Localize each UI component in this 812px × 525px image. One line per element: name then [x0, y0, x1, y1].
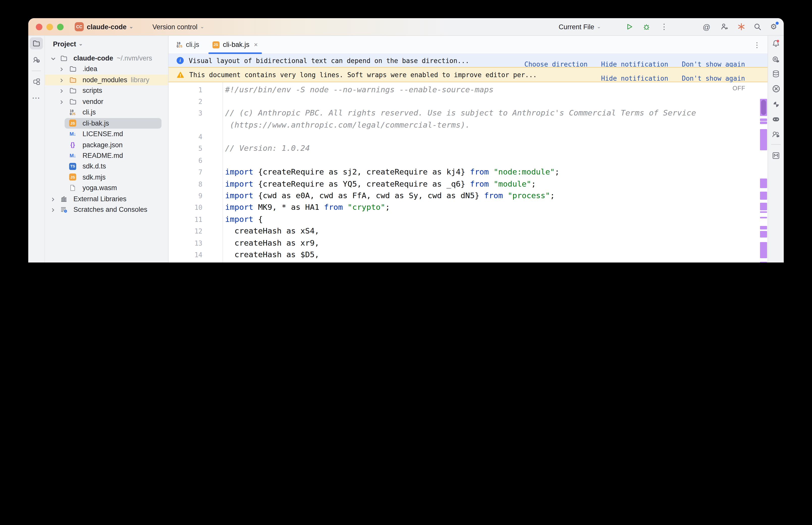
settings-button[interactable]: ⚙ [767, 18, 780, 35]
folder-icon [32, 39, 40, 47]
code-line-8: 8import {createRequire as YQ5, createReq… [168, 178, 768, 190]
markdown-file-icon: M↓ [70, 131, 76, 137]
tree-item-scripts[interactable]: scripts [45, 86, 168, 96]
structure-tool-button[interactable] [28, 75, 44, 88]
tab-options-button[interactable]: ⋮ [753, 36, 761, 54]
zoom-window-button[interactable] [57, 24, 63, 30]
chevron-right-icon [50, 207, 56, 213]
code-with-me-users-button[interactable] [768, 128, 784, 141]
tree-chevron[interactable] [59, 66, 64, 74]
line-number[interactable]: 10 [168, 202, 202, 214]
line-number[interactable]: 7 [168, 166, 202, 178]
close-window-button[interactable] [36, 24, 42, 30]
debug-button[interactable] [640, 18, 653, 35]
tree-item-cli-js[interactable]: 10OJScli.js [45, 107, 168, 118]
tree-item-readme-md[interactable]: M↓README.md [45, 150, 168, 161]
stripe-mark [760, 203, 767, 210]
line-number[interactable]: 3 [168, 108, 202, 120]
right-tool-stripe [768, 36, 784, 262]
chevron-right-icon [50, 196, 56, 202]
code-viewport[interactable]: OFF 1#!/usr/bin/env -S node --no-warning… [168, 82, 768, 262]
tab-cli-bak-js[interactable]: JS cli-bak.js × [206, 36, 264, 54]
tree-item-sdk-d-ts[interactable]: TSsdk.d.ts [45, 161, 168, 172]
line-number[interactable]: 2 [168, 96, 202, 108]
editor-tab-bar: 10OJS cli.js JS cli-bak.js × ⋮ [168, 36, 768, 54]
tree-item--idea[interactable]: .idea [45, 64, 168, 75]
line-number[interactable]: 15 [168, 261, 202, 262]
run-button[interactable] [623, 18, 636, 35]
tree-chevron[interactable] [50, 196, 56, 204]
plugin-shape-button[interactable] [768, 98, 784, 111]
users-help-icon: ? [32, 55, 41, 64]
line-text: import {createRequire as YQ5, createRequ… [202, 178, 536, 190]
line-number[interactable]: 4 [168, 131, 202, 143]
run-configuration-selector[interactable]: Current File ⌄ [559, 18, 601, 35]
line-number[interactable]: 8 [168, 178, 202, 190]
code-line-13: 13 createHash as xr9, [168, 237, 768, 249]
stripe-mark [760, 99, 767, 116]
line-text: createHash as xS4, [202, 225, 319, 237]
github-copilot-button[interactable] [768, 112, 784, 125]
tree-item-claude-code[interactable]: claude-code~/.nvm/vers [45, 53, 168, 64]
profiler-button[interactable]: @ [700, 18, 713, 35]
chevron-right-icon [59, 78, 64, 83]
code-line-wrap: (https://www.anthropic.com/legal/commerc… [168, 119, 768, 131]
line-number[interactable]: 6 [168, 155, 202, 167]
tree-item-label: LICENSE.md [83, 129, 123, 139]
line-number[interactable]: 5 [168, 143, 202, 155]
tree-item-yoga-wasm[interactable]: yoga.wasm [45, 183, 168, 194]
tree-chevron[interactable] [59, 77, 64, 85]
tree-chevron[interactable] [59, 99, 64, 106]
tree-item-package-json[interactable]: {}package.json [45, 139, 168, 150]
tree-item-label: node_moduleslibrary [83, 75, 149, 86]
m-tool-button[interactable] [768, 149, 784, 162]
line-number[interactable]: 11 [168, 214, 202, 226]
tree-item-cli-bak-js[interactable]: JScli-bak.js [45, 118, 168, 129]
tree-item-node-modules[interactable]: node_moduleslibrary [45, 75, 168, 86]
chevron-down-icon [50, 56, 56, 61]
line-number[interactable]: 9 [168, 190, 202, 202]
scrollbar-error-stripe[interactable] [760, 82, 767, 262]
tree-chevron[interactable] [59, 88, 64, 95]
code-line-12: 12 createHash as xS4, [168, 225, 768, 237]
tree-chevron[interactable] [50, 207, 56, 214]
project-menu[interactable]: claude-code ⌄ [87, 18, 133, 35]
chevron-down-icon: ⌄ [129, 24, 133, 29]
line-number[interactable]: 13 [168, 237, 202, 249]
circled-x-plugin-button[interactable] [768, 82, 784, 95]
code-line-14: 14 createHash as $D5, [168, 249, 768, 261]
tree-item-scratches-and-consoles[interactable]: Scratches and Consoles [45, 204, 168, 215]
project-tool-button[interactable] [28, 37, 44, 50]
search-everywhere-button[interactable] [751, 18, 764, 35]
project-panel-header[interactable]: Project ⌄ [45, 36, 168, 52]
tree-item-label: claude-code~/.nvm/vers [73, 53, 152, 64]
tree-item-external-libraries[interactable]: External Libraries [45, 193, 168, 204]
tab-cli-js[interactable]: 10OJS cli.js [170, 36, 206, 54]
tree-chevron[interactable] [50, 56, 56, 63]
close-tab-icon[interactable]: × [254, 41, 257, 48]
tree-item-label: yoga.wasm [83, 183, 117, 194]
line-number[interactable]: 14 [168, 249, 202, 261]
tree-item-vendor[interactable]: vendor [45, 96, 168, 107]
line-number[interactable]: 1 [168, 84, 202, 96]
line-number[interactable]: 12 [168, 225, 202, 237]
tree-item-sdk-mjs[interactable]: JSsdk.mjs [45, 172, 168, 183]
claude-button[interactable] [735, 18, 748, 35]
tree-item-license-md[interactable]: M↓LICENSE.md [45, 129, 168, 139]
scrollbar-thumb[interactable] [761, 100, 766, 115]
ts-icon: TS [69, 163, 76, 170]
notifications-button[interactable] [768, 37, 784, 50]
database-button[interactable] [768, 67, 784, 80]
vcs-menu[interactable]: Version control ⌄ [152, 18, 204, 35]
code-with-me-button[interactable] [718, 18, 731, 35]
line-number[interactable] [168, 119, 202, 131]
minimize-window-button[interactable] [46, 24, 53, 30]
ai-assistant-button[interactable] [768, 53, 784, 66]
banner-link-hide-notification[interactable]: Hide notification [601, 75, 668, 82]
more-actions-button[interactable]: ⋮ [658, 18, 671, 35]
scratches-icon [60, 206, 68, 213]
more-tool-windows-button[interactable]: ··· [28, 91, 44, 104]
banner-link-don-t-show-again[interactable]: Don't show again [682, 75, 745, 82]
line-text: createHash as xr9, [202, 237, 319, 249]
pull-requests-tool-button[interactable]: ? [28, 53, 44, 66]
